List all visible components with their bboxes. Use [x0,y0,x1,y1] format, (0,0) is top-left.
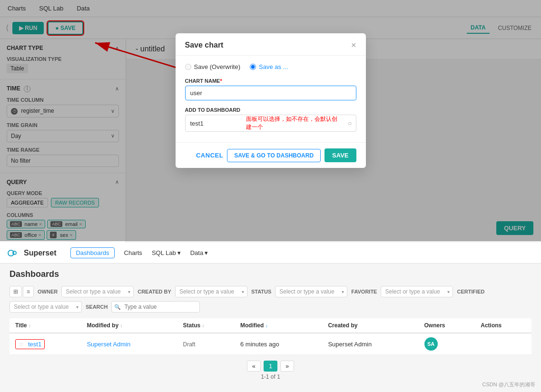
row-owners-cell: SA [419,333,475,355]
bottom-nav: Superset Dashboards Charts SQL Lab ▾ Dat… [0,243,541,264]
save-options: Save (Overwrite) Save as ... [185,63,356,70]
certified-filter-wrap: Select or type a value [10,301,82,313]
row-actions-cell [475,333,531,355]
table-body: ☆ test1 Superset Admin Draft 6 minutes a… [10,333,531,355]
modified-by-link[interactable]: Superset Admin [87,341,130,348]
page-next-button[interactable]: » [280,361,294,372]
page-1-button[interactable]: 1 [264,361,277,372]
created-by-filter-wrap: Select or type a value [175,286,247,297]
col-status[interactable]: Status ↕ [177,318,235,333]
required-star: * [220,78,222,84]
col-modified[interactable]: Modified ↓ [235,318,322,333]
avatar: SA [424,337,438,351]
favorite-filter-wrap: Select or type a value [381,286,453,297]
cancel-button[interactable]: CANCEL [196,152,223,159]
logo-circle-small [12,251,17,255]
col-title[interactable]: Title ↕ [10,318,81,333]
sort-status-icon: ↕ [202,323,205,328]
save-as-label: Save as ... [259,63,288,70]
sqllab-chevron: ▾ [177,249,181,256]
chart-name-input[interactable] [185,86,356,100]
dashboard-hint-text: 面板可以选择，如不存在，会默认创建一个 [241,115,344,131]
logo-icon [8,249,21,257]
created-by-filter-select[interactable]: Select or type a value [175,286,247,297]
save-button[interactable]: SAVE [325,148,356,162]
row-modified-cell: 6 minutes ago [235,333,322,355]
page-title: Dashboards [10,269,531,279]
page-info: 1-1 of 1 [10,373,531,382]
save-overwrite-option[interactable]: Save (Overwrite) [185,63,241,70]
status-filter-select[interactable]: Select or type a value [275,286,347,297]
col-owners: Owners [419,318,475,333]
save-as-option[interactable]: Save as ... [250,63,288,70]
owner-filter-wrap: Select or type a value [61,286,134,297]
row-status-cell: Draft [177,333,235,355]
star-icon[interactable]: ☆ [19,341,24,348]
dashboard-title-link[interactable]: test1 [28,341,41,348]
nav-charts[interactable]: Charts [124,247,142,258]
grid-view-button[interactable]: ⊞ [10,286,22,297]
certified-filter-select[interactable]: Select or type a value [10,301,82,313]
owner-filter-label: OWNER [38,289,58,294]
modal-body: Save (Overwrite) Save as ... CHART NAME*… [176,56,366,142]
dashboards-table: Title ↕ Modified by ↕ Status ↕ Modified … [10,318,531,355]
save-go-to-dashboard-button[interactable]: SAVE & GO TO DASHBOARD [227,149,321,162]
col-actions: Actions [475,318,531,333]
created-by-text: Superset Admin [328,341,372,348]
col-created-by: Created by [322,318,418,333]
created-by-filter-label: CREATED BY [138,289,171,294]
save-overwrite-radio[interactable] [185,64,191,70]
pagination: « 1 » [10,355,531,373]
dashboard-clear-button[interactable]: ○ [344,116,355,130]
dashboard-page: Dashboards ⊞ ≡ OWNER Select or type a va… [0,264,541,388]
status-badge: Draft [183,341,196,348]
page-prev-button[interactable]: « [247,361,261,372]
logo-text: Superset [24,249,56,257]
sort-title-icon: ↕ [29,323,31,328]
save-as-radio[interactable] [250,64,256,70]
nav-dashboards[interactable]: Dashboards [70,247,114,258]
nav-sqllab[interactable]: SQL Lab ▾ [152,249,181,256]
modal-footer: CANCEL SAVE & GO TO DASHBOARD SAVE [176,142,366,168]
superset-logo[interactable]: Superset [8,249,56,257]
search-wrap [111,301,200,313]
list-view-button[interactable]: ≡ [23,286,34,297]
nav-data[interactable]: Data ▾ [190,249,208,256]
row-modified-by-cell: Superset Admin [81,333,177,355]
table-row: ☆ test1 Superset Admin Draft 6 minutes a… [10,333,531,355]
table-header: Title ↕ Modified by ↕ Status ↕ Modified … [10,318,531,333]
modal-title: Save chart [185,41,224,49]
modal-close-button[interactable]: × [351,41,356,49]
sort-modified-icon: ↓ [266,323,268,328]
modal-header: Save chart × [176,33,366,56]
modified-time: 6 minutes ago [240,341,279,348]
dashboard-selected-value: test1 [186,117,242,130]
status-filter-label: STATUS [251,289,271,294]
data-chevron: ▾ [205,249,208,256]
dashboard-label: ADD TO DASHBOARD [185,107,356,113]
status-filter-wrap: Select or type a value [275,286,347,297]
title-cell-wrap: ☆ test1 [15,339,45,349]
dashboard-select-row: test1 面板可以选择，如不存在，会默认创建一个 ○ [185,115,356,132]
favorite-filter-select[interactable]: Select or type a value [381,286,453,297]
save-chart-modal: Save chart × Save (Overwrite) Save as ..… [176,33,366,168]
search-filter-label: SEARCH [86,304,108,310]
save-overwrite-label: Save (Overwrite) [194,63,241,70]
favorite-filter-label: FAVORITE [351,289,377,294]
chart-name-label: CHART NAME* [185,78,356,84]
owner-filter-select[interactable]: Select or type a value [61,286,134,297]
view-icons: ⊞ ≡ [10,286,34,297]
certified-filter-label: CERTIFIED [457,289,484,294]
bottom-section: Superset Dashboards Charts SQL Lab ▾ Dat… [0,243,541,392]
search-input[interactable] [111,301,200,313]
row-created-by-cell: Superset Admin [322,333,418,355]
filters-row: ⊞ ≡ OWNER Select or type a value CREATED… [10,286,531,313]
row-title-cell: ☆ test1 [10,333,81,355]
sort-modified-by-icon: ↕ [120,323,122,328]
col-modified-by[interactable]: Modified by ↕ [81,318,177,333]
modal-overlay: Save chart × Save (Overwrite) Save as ..… [0,0,541,241]
